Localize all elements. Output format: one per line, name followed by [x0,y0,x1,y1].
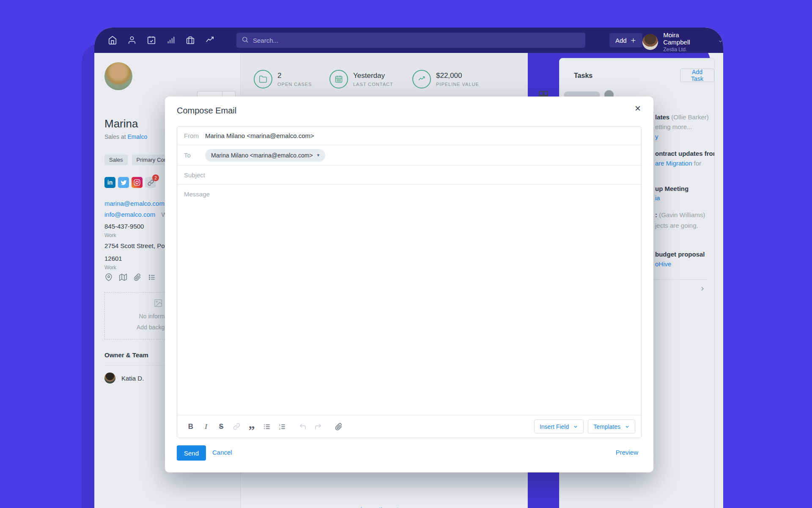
task-item[interactable]: ontract updates from [655,150,715,157]
contact-role: Sales at Emalco [104,133,147,140]
svg-text:2: 2 [279,427,281,430]
chevron-down-icon [573,424,578,429]
task-item[interactable]: are Migration for [655,160,701,167]
blockquote-icon[interactable]: ” [245,420,258,433]
task-item[interactable]: budget proposal [655,251,705,258]
task-text: for [692,160,702,167]
top-nav: Add Moira Campbell Zestia Ltd. [94,28,723,53]
subject-input[interactable] [184,171,634,179]
link-icon[interactable] [230,420,243,433]
task-item: jects are going. [655,222,698,229]
strikethrough-icon[interactable]: S [215,420,228,433]
numbered-list-icon[interactable]: 12 [276,420,288,433]
contact-company-link[interactable]: Emalco [127,133,147,140]
tasks-title: Tasks [574,72,593,80]
message-area [177,184,641,415]
cancel-button[interactable]: Cancel [212,449,232,456]
send-button[interactable]: Send [177,445,206,461]
plus-icon [630,37,636,44]
chip-caret-icon[interactable]: ▾ [317,152,320,158]
links-icon[interactable]: 2 [145,177,156,188]
task-link[interactable]: oHive [655,260,671,268]
twitter-icon[interactable] [118,177,129,188]
owner-name: Katia D. [121,375,144,382]
templates-label: Templates [593,423,620,430]
task-item[interactable]: oHive [655,260,671,268]
compose-form: From Marina Milano <marina@emalco.com> T… [177,126,642,438]
task-item[interactable]: up Meeting [655,185,689,192]
task-item[interactable]: ia [655,194,660,202]
search-input[interactable] [253,37,580,44]
svg-text:1: 1 [279,423,281,426]
task-link[interactable]: y [655,133,658,140]
italic-icon[interactable]: I [200,420,212,433]
chevron-down-icon [625,424,630,429]
email-secondary-link[interactable]: info@emalco.com [104,211,155,218]
templates-button[interactable]: Templates [588,420,635,433]
bold-icon[interactable]: B [184,420,197,433]
view-entire-note-link[interactable]: view entire note [357,506,402,508]
cases-icon[interactable] [181,28,200,53]
list-icon[interactable] [147,272,157,282]
user-company: Zestia Ltd. [663,47,707,52]
bullet-list-icon[interactable] [261,420,273,433]
from-row: From Marina Milano <marina@emalco.com> [177,127,641,145]
address-label: Work [104,265,116,271]
task-link[interactable]: are Migration [655,160,692,167]
contact-name: Marina [104,117,138,130]
task-text: (Gavin Williams) [657,211,705,218]
redo-icon[interactable] [312,420,324,433]
task-text: jects are going. [655,222,698,229]
links-count-badge: 2 [152,174,159,181]
task-item: etting more... [655,123,692,130]
stat-value: 2 [277,72,312,80]
attach-file-icon[interactable] [332,420,345,433]
contact-avatar [104,62,132,90]
message-input[interactable] [184,190,634,409]
calendar-icon[interactable] [142,28,161,53]
user-avatar [642,34,658,50]
nav-icon-group [103,28,219,53]
email-primary-link[interactable]: marina@emalco.com [104,200,165,207]
user-menu[interactable]: Moira Campbell Zestia Ltd. [642,31,723,52]
calendar-stat-icon [329,70,348,88]
task-text: up Meeting [655,185,689,192]
close-icon[interactable]: × [635,103,641,113]
linkedin-icon[interactable]: in [104,177,115,188]
task-text: lates [655,113,669,121]
recipient-chip[interactable]: Marina Milano <marina@emalco.com> ▾ [205,149,325,162]
editor-toolbar: B I S ” 12 [177,415,641,438]
task-item[interactable]: y [655,133,658,140]
stat-open-cases: 2 OPEN CASES [254,70,312,88]
pipeline-icon[interactable] [200,28,219,53]
undo-icon[interactable] [296,420,309,433]
add-button[interactable]: Add [609,33,642,47]
map-icon[interactable] [118,272,128,282]
stat-pipeline-value: $22,000 PIPELINE VALUE [412,70,479,88]
instagram-icon[interactable] [132,177,143,188]
stat-last-contact: Yesterday LAST CONTACT [329,70,393,88]
from-label: From [184,132,205,139]
recipient-chip-text: Marina Milano <marina@emalco.com> [211,152,313,159]
insert-field-button[interactable]: Insert Field [534,420,584,433]
preview-button[interactable]: Preview [616,449,638,456]
task-item[interactable]: lates (Ollie Barker) [655,113,709,121]
contact-role-text: Sales at [104,133,126,140]
address-line2: 12601 [104,255,122,262]
attachment-icon[interactable] [132,272,143,282]
contacts-icon[interactable] [122,28,142,53]
map-pin-icon[interactable] [104,272,114,282]
chevron-right-icon[interactable] [699,285,706,294]
home-icon[interactable] [103,28,122,53]
task-text: ontract updates from [655,150,715,157]
desktop-backdrop: Add Moira Campbell Zestia Ltd. Edit [0,0,812,508]
reports-icon[interactable] [161,28,181,53]
from-value: Marina Milano <marina@emalco.com> [205,132,314,139]
user-name: Moira Campbell [663,31,707,46]
add-task-button[interactable]: Add Task [680,69,714,82]
to-label: To [184,152,205,159]
task-link[interactable]: ia [655,194,660,202]
trend-icon [412,70,431,88]
to-row: To Marina Milano <marina@emalco.com> ▾ [177,145,641,166]
owner-row[interactable]: Katia D. [104,373,144,384]
